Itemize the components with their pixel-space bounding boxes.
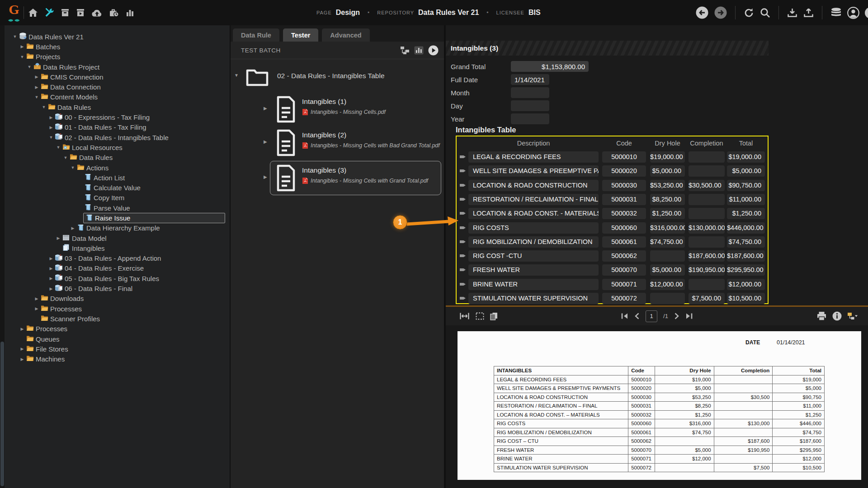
cell-completion-row3[interactable]: $30,500.00 [689, 180, 725, 191]
chevron-down-icon[interactable]: ▼ [62, 155, 69, 160]
cell-description-row3[interactable]: LOCATION & ROAD CONSTRUCTION [468, 180, 599, 191]
job-clock-icon[interactable] [109, 8, 119, 17]
document-item-intangibles-3[interactable]: ▶Intangibles (3)Intangibles - Missing Ce… [231, 164, 444, 192]
row-marker-icon[interactable] [459, 296, 466, 300]
cell-description-row8[interactable]: RIG COST -CTU [468, 250, 599, 262]
cell-description-row6[interactable]: RIG COSTS [468, 222, 599, 234]
chevron-down-icon[interactable]: ▼ [48, 135, 54, 140]
chevron-right-icon[interactable]: ▶ [264, 139, 267, 144]
chevron-down-icon[interactable]: ▼ [70, 165, 76, 170]
upload-icon[interactable] [803, 8, 814, 18]
row-marker-icon[interactable] [459, 267, 466, 272]
tree-item-data-rules-project[interactable]: ▼Data Rules Project [5, 62, 230, 72]
tree-item-00-expressions-tax-filing[interactable]: ▶00 - Expressions - Tax Filing [5, 112, 230, 122]
cell-code-row5[interactable]: 5000032 [602, 208, 646, 219]
tree-item-copy-item[interactable]: Copy Item [5, 193, 230, 203]
page-number-input[interactable]: 1 [646, 310, 657, 322]
row-marker-icon[interactable] [459, 183, 466, 188]
cell-total-row8[interactable]: $187,600.00 [727, 250, 765, 262]
tree-item-queues[interactable]: Queues [5, 334, 230, 344]
chevron-right-icon[interactable]: ▶ [264, 106, 267, 111]
cell-description-row5[interactable]: LOCATION & ROAD CONST. - MATERIALS [468, 208, 599, 219]
tools-icon[interactable] [44, 8, 54, 18]
cell-code-row1[interactable]: 5000010 [602, 151, 646, 163]
cell-dry-hole-row8[interactable] [650, 250, 685, 262]
tree-item-parse-value[interactable]: Parse Value [5, 203, 230, 213]
app-logo[interactable]: G [6, 3, 22, 23]
cell-completion-row1[interactable] [689, 151, 725, 163]
user-icon[interactable] [847, 7, 859, 19]
cell-completion-row4[interactable] [689, 194, 725, 205]
row-marker-icon[interactable] [459, 169, 466, 173]
cell-code-row4[interactable]: 5000031 [602, 194, 646, 205]
page-value[interactable]: Design [336, 9, 360, 17]
tree-item-action-list[interactable]: Action List [5, 173, 230, 183]
field-input-month[interactable] [511, 87, 549, 98]
row-marker-icon[interactable] [459, 253, 466, 258]
cell-completion-row9[interactable]: $190,950.00 [689, 264, 725, 276]
pdf-page[interactable]: DATE 01/14/2021 INTANGIBLESCodeDry HoleC… [458, 331, 861, 480]
cell-description-row2[interactable]: WELL SITE DAMAGES & PREEMPTIVE PAYMENTS [468, 165, 599, 177]
tab-advanced[interactable]: Advanced [322, 28, 369, 42]
tree-item-04-data-rules-exercise[interactable]: ▶04 - Data Rules - Exercise [5, 263, 230, 273]
cell-dry-hole-row9[interactable]: $5,000.00 [650, 264, 685, 276]
tree-item-downloads[interactable]: ▶Downloads [5, 294, 230, 304]
chevron-right-icon[interactable]: ▶ [48, 115, 54, 120]
chevron-down-icon[interactable]: ▼ [19, 55, 25, 59]
licensee-value[interactable]: BIS [528, 9, 541, 17]
cell-completion-row2[interactable] [689, 165, 725, 177]
cell-total-row11[interactable]: $10,500.00 [727, 293, 765, 304]
cell-dry-hole-row6[interactable]: $316,000.00 [650, 222, 685, 234]
tree-item-data-model[interactable]: ▶Data Model [5, 233, 230, 243]
tree-item-processes[interactable]: ▶Processes [5, 324, 230, 334]
field-input-year[interactable] [511, 113, 549, 124]
cell-dry-hole-row4[interactable]: $8,250.00 [650, 194, 685, 205]
cell-dry-hole-row11[interactable] [650, 293, 685, 304]
tree-item-calculate-value[interactable]: Calculate Value [5, 183, 230, 192]
tree-item-05-data-rules-big-tax-rules[interactable]: ▶05 - Data Rules - Big Tax Rules [5, 273, 230, 283]
cell-dry-hole-row2[interactable]: $5,000.00 [650, 165, 685, 177]
cell-completion-row6[interactable]: $130,000.00 [689, 222, 725, 234]
chevron-right-icon[interactable]: ▶ [264, 174, 267, 179]
chevron-down-icon[interactable]: ▼ [33, 95, 40, 99]
forward-icon[interactable] [714, 6, 727, 19]
cell-code-row6[interactable]: 5000060 [602, 222, 646, 234]
row-marker-icon[interactable] [459, 155, 466, 159]
cell-description-row9[interactable]: FRESH WATER [468, 264, 599, 276]
cell-total-row1[interactable]: $19,000.00 [727, 151, 765, 163]
cell-code-row10[interactable]: 5000071 [602, 279, 646, 290]
cell-code-row11[interactable]: 5000072 [602, 293, 646, 304]
cell-total-row7[interactable]: $74,750.00 [727, 236, 765, 248]
row-marker-icon[interactable] [459, 282, 466, 286]
chevron-right-icon[interactable]: ▶ [48, 256, 54, 261]
chevron-right-icon[interactable]: ▶ [48, 286, 54, 291]
tree-scrollbar-thumb[interactable] [0, 342, 4, 486]
cell-completion-row5[interactable] [689, 208, 725, 219]
row-marker-icon[interactable] [459, 197, 466, 202]
cell-code-row8[interactable]: 5000062 [602, 250, 646, 262]
cell-code-row3[interactable]: 5000030 [602, 180, 646, 191]
tree-item-projects[interactable]: ▼Projects [5, 52, 230, 62]
chevron-down-icon[interactable]: ▼ [41, 105, 47, 109]
cell-completion-row7[interactable] [689, 236, 725, 248]
tree-item-actions[interactable]: ▼Actions [5, 163, 230, 173]
repository-value[interactable]: Data Rules Ver 21 [418, 9, 479, 17]
cell-completion-row10[interactable] [689, 279, 725, 290]
chevron-right-icon[interactable]: ▶ [48, 276, 54, 281]
chevron-right-icon[interactable]: ▶ [55, 236, 61, 240]
previous-page-icon[interactable] [634, 313, 640, 319]
row-marker-icon[interactable] [459, 239, 466, 244]
document-item-intangibles-1[interactable]: ▶Intangibles (1)Intangibles - Missing Ce… [231, 95, 444, 124]
batch-box-icon[interactable] [61, 8, 70, 17]
cell-description-row4[interactable]: RESTORATION / RECLAIMATION - FINAL [468, 194, 599, 205]
cell-dry-hole-row5[interactable]: $1,250.00 [650, 208, 685, 219]
batch-folder-row[interactable]: ▼ 02 - Data Rules - Intangibles Table [231, 68, 444, 85]
download-icon[interactable] [787, 8, 798, 18]
tree-item-data-connection[interactable]: ▶Data Connection [5, 82, 230, 92]
field-input-full-date[interactable]: 1/14/2021 [511, 74, 549, 85]
chevron-down-icon[interactable]: ▼ [55, 145, 61, 150]
play-icon[interactable] [428, 45, 439, 56]
cell-dry-hole-row10[interactable]: $12,000.00 [650, 279, 685, 290]
tree-item-intangibles[interactable]: Intangibles [5, 243, 230, 253]
chevron-right-icon[interactable]: ▶ [33, 85, 40, 89]
